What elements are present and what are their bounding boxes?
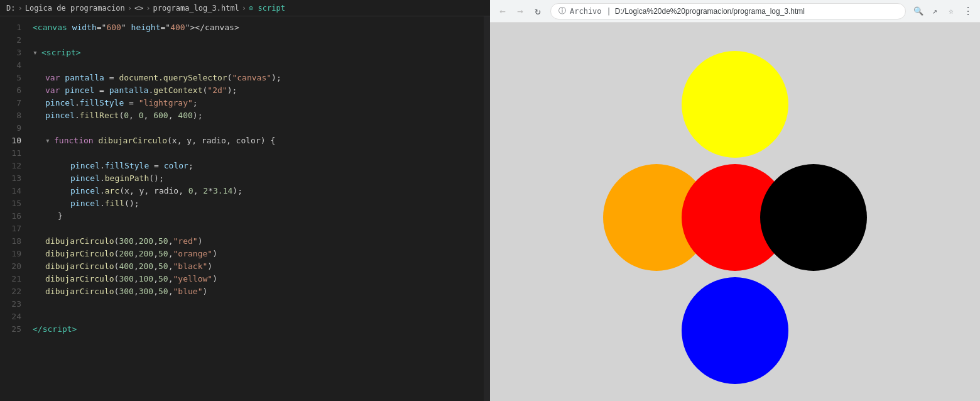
line-num-6: 6 [0,84,28,97]
line-num-1: 1 [0,21,28,34]
code-line-20: dibujarCirculo(400,200,50,"black") [40,260,484,273]
code-line-14: pincel.arc(x, y, radio, 0, 2*3.14); [65,185,484,197]
address-separator: | [607,7,611,16]
line-num-22: 22 [0,285,28,298]
code-line-9 [28,122,484,135]
code-line-21: dibujarCirculo(300,100,50,"yellow") [40,273,484,285]
code-line-24 [28,310,484,323]
code-line-5: var pantalla = document.querySelector("c… [40,72,484,84]
line-num-24: 24 [0,310,28,323]
line-num-15: 15 [0,197,28,210]
line-num-20: 20 [0,260,28,273]
code-line-19: dibujarCirculo(200,200,50,"orange") [40,248,484,260]
address-bar-container: ⓘ Archivo | [550,3,906,19]
line-num-5: 5 [0,72,28,84]
line-num-17: 17 [0,222,28,235]
menu-icon[interactable]: ⋮ [960,4,975,19]
forward-button[interactable]: → [513,4,528,19]
breadcrumb-code-icon: <> [134,4,143,13]
line-num-13: 13 [0,172,28,185]
breadcrumb-drive: D: [6,4,15,13]
line-numbers: 1 2 3 4 5 6 7 8 9 10 11 12 13 14 15 16 1… [0,16,28,401]
code-line-6: var pincel = pantalla.getContext("2d"); [40,84,484,97]
line-num-11: 11 [0,147,28,160]
code-line-1: <canvas width="600" height="400"></canva… [28,21,484,34]
code-line-2 [28,34,484,47]
line-num-23: 23 [0,298,28,310]
code-line-4 [28,59,484,72]
breadcrumb-file: programa_log_3.html [153,4,239,13]
circle-blue [682,277,788,384]
line-num-12: 12 [0,160,28,172]
toolbar-right-icons: 🔍 ↗ ☆ ⋮ [911,4,975,19]
code-line-15: pincel.fill(); [65,197,484,210]
code-line-8: pincel.fillRect(0, 0, 600, 400); [40,109,484,122]
code-line-10: ▾ function dibujarCirculo(x, y, radio, c… [40,135,484,147]
code-content: <canvas width="600" height="400"></canva… [28,16,484,401]
canvas-area [490,23,980,401]
line-num-8: 8 [0,109,28,122]
line-num-16: 16 [0,210,28,222]
code-line-7: pincel.fillStyle = "lightgray"; [40,97,484,109]
code-line-18: dibujarCirculo(300,200,50,"red") [40,235,484,248]
line-num-9: 9 [0,122,28,135]
search-icon[interactable]: 🔍 [911,4,926,19]
canvas-svg [490,23,980,401]
browser-panel: ← → ↻ ⓘ Archivo | 🔍 ↗ ☆ ⋮ [490,0,980,401]
line-num-21: 21 [0,273,28,285]
code-line-22: dibujarCirculo(300,300,50,"blue") [40,285,484,298]
line-num-4: 4 [0,59,28,72]
editor-panel: D: › Logica de programacion › <> › progr… [0,0,490,401]
line-num-3: 3 [0,47,28,59]
browser-toolbar: ← → ↻ ⓘ Archivo | 🔍 ↗ ☆ ⋮ [490,0,980,23]
code-area: 1 2 3 4 5 6 7 8 9 10 11 12 13 14 15 16 1… [0,16,490,401]
refresh-button[interactable]: ↻ [530,4,545,19]
code-line-16: } [53,210,484,222]
code-line-13: pincel.beginPath(); [65,172,484,185]
breadcrumb-folder: Logica de programacion [25,4,125,13]
info-icon: ⓘ [558,6,566,16]
circle-black [760,164,867,271]
code-line-12: pincel.fillStyle = color; [65,160,484,172]
line-num-19: 19 [0,248,28,260]
line-num-18: 18 [0,235,28,248]
line-num-25: 25 [0,323,28,336]
line-num-7: 7 [0,97,28,109]
breadcrumb-script: ⊙ script [249,4,285,13]
address-input[interactable] [615,7,898,16]
vertical-scrollbar[interactable] [484,16,490,401]
line-num-14: 14 [0,185,28,197]
code-line-25: </script> [28,323,484,336]
share-icon[interactable]: ↗ [927,4,942,19]
line-num-10: 10 [0,135,28,147]
code-line-17 [28,222,484,235]
bookmark-icon[interactable]: ☆ [944,4,959,19]
circle-yellow [682,51,788,158]
breadcrumb-bar: D: › Logica de programacion › <> › progr… [0,0,490,16]
code-line-23 [28,298,484,310]
line-num-2: 2 [0,34,28,47]
back-button[interactable]: ← [495,4,510,19]
code-line-3: ▾ <script> [28,47,484,59]
code-line-11 [28,147,484,160]
archivo-label: Archivo [570,7,602,16]
